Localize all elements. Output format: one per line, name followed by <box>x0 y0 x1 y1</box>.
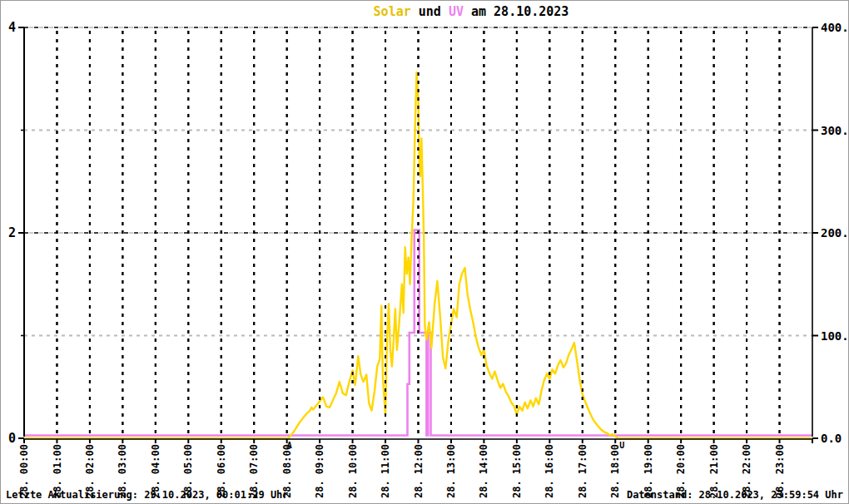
y-right-tick-label: 0.0 <box>821 432 842 445</box>
x-axis-label: 28. 16:00 <box>544 444 555 498</box>
x-axis-label: 28. 14:00 <box>478 444 489 498</box>
x-axis-label: 28. 13:00 <box>445 444 457 498</box>
x-axis-label: 28. 11:00 <box>380 444 391 498</box>
sunset-marker-u: U <box>619 441 624 450</box>
data-timestamp-text: Datenstand: 28.10.2023, 23:59:54 Uhr <box>627 489 843 501</box>
weather-chart-window: Solar und UV am 28.10.2023 0240.0100.020… <box>0 0 849 504</box>
x-axis-label: 28. 17:00 <box>577 444 588 498</box>
y-left-tick-label: 0 <box>8 431 16 446</box>
y-right-tick-label: 400.0 <box>821 21 849 34</box>
y-right-tick-label: 300.0 <box>821 124 849 137</box>
x-axis-label: 28. 18:00 <box>609 444 621 498</box>
y-left-tick-label: 2 <box>8 225 16 240</box>
last-update-text: Letzte Aktualisierung: 29.10.2023, 00:01… <box>6 489 289 501</box>
y-right-tick-label: 200.0 <box>821 226 849 240</box>
sunrise-marker-a: A <box>287 441 292 450</box>
x-axis-label: 28. 12:00 <box>413 444 424 498</box>
solar-uv-chart-svg: 0240.0100.0200.0300.0400.028. 00:0028. 0… <box>1 1 849 504</box>
y-right-tick-label: 100.0 <box>821 329 849 343</box>
y-left-tick-label: 4 <box>8 20 16 35</box>
x-axis-label: 28. 15:00 <box>511 444 523 498</box>
x-axis-label: 28. 09:00 <box>314 444 325 498</box>
x-axis-label: 28. 10:00 <box>347 444 359 498</box>
